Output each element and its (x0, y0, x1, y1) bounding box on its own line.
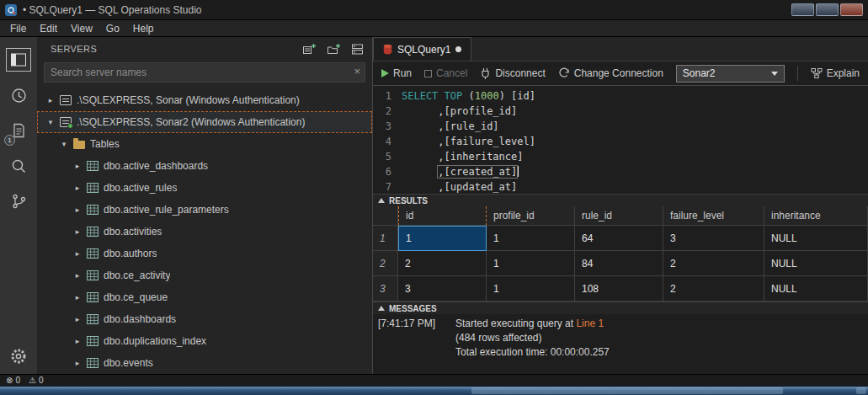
tree-item-table[interactable]: ▸dbo.active_rules (37, 177, 372, 199)
title-bar[interactable]: • SQLQuery1 — SQL Operations Studio (0, 0, 868, 20)
activity-servers[interactable] (0, 42, 37, 77)
change-connection-button[interactable]: Change Connection (558, 67, 663, 79)
collapse-triangle-icon (378, 306, 385, 311)
minimize-button[interactable] (791, 3, 814, 16)
grid-cell[interactable]: 1 (487, 276, 575, 302)
grid-cell[interactable]: 2 (663, 251, 764, 276)
grid-cell[interactable]: NULL (764, 226, 868, 251)
tree-item-table[interactable]: ▸dbo.active_rule_parameters (37, 199, 372, 221)
chevron-right-icon[interactable]: ▸ (73, 249, 82, 258)
column-header[interactable]: id (398, 206, 487, 226)
code-line[interactable]: 5 ,[inheritance] (373, 149, 868, 164)
tree-item-table[interactable]: ▸dbo.ce_activity (37, 264, 372, 286)
tree-item-server[interactable]: ▾.\SQLEXPRESS, Sonar2 (Windows Authentic… (37, 111, 372, 133)
grid-cell[interactable]: 1 (487, 251, 575, 276)
chevron-right-icon[interactable]: ▸ (73, 162, 82, 170)
run-button[interactable]: Run (381, 67, 412, 79)
grid-cell[interactable]: 2 (663, 276, 764, 302)
grid-cell[interactable]: 3 (398, 276, 487, 302)
connection-dropdown[interactable]: Sonar2 (676, 65, 785, 83)
chevron-right-icon[interactable]: ▸ (73, 206, 82, 214)
chevron-down-icon[interactable]: ▾ (46, 118, 55, 126)
line-number: 2 (373, 104, 402, 119)
chevron-right-icon[interactable]: ▸ (73, 184, 82, 192)
activity-search[interactable] (0, 148, 37, 184)
code-area[interactable]: 1SELECT TOP (1000) [id]2 ,[profile_id]3 … (373, 86, 868, 194)
grid-cell[interactable]: NULL (764, 251, 868, 276)
grid-cell[interactable]: 3 (663, 226, 764, 251)
new-server-group-button[interactable] (327, 43, 341, 56)
grid-corner-cell[interactable] (373, 206, 398, 226)
search-input[interactable] (44, 62, 365, 83)
warnings-indicator[interactable]: ⚠ 0 (29, 376, 44, 385)
tree-item-folder[interactable]: ▾Tables (37, 133, 372, 155)
chevron-down-icon[interactable]: ▾ (60, 140, 68, 148)
code-line[interactable]: 6 ,[created_at] (373, 164, 868, 179)
code-line[interactable]: 4 ,[failure_level] (373, 134, 868, 149)
code-line[interactable]: 2 ,[profile_id] (373, 104, 868, 119)
results-title: RESULTS (389, 196, 428, 206)
messages-panel-header[interactable]: MESSAGES (373, 302, 868, 314)
maximize-button[interactable] (816, 3, 839, 16)
message-link[interactable]: Line 1 (576, 318, 604, 329)
grid-cell[interactable]: 1 (487, 226, 575, 251)
grid-cell[interactable]: 84 (575, 251, 663, 276)
clear-search-icon[interactable]: × (354, 65, 360, 77)
grid-cell[interactable]: 64 (575, 226, 663, 251)
chevron-right-icon[interactable]: ▸ (73, 359, 82, 367)
taskbar-button[interactable] (471, 387, 783, 394)
tree-item-table[interactable]: ▸dbo.ce_queue (37, 286, 372, 308)
table-icon (87, 358, 99, 368)
row-number[interactable]: 2 (373, 251, 398, 276)
cancel-button[interactable]: Cancel (424, 67, 467, 79)
tree-item-table[interactable]: ▸dbo.events (37, 352, 372, 374)
tree-item-table[interactable]: ▸dbo.dashboards (37, 308, 372, 330)
menu-go[interactable]: Go (99, 21, 126, 36)
windows-taskbar[interactable] (0, 386, 868, 395)
activity-source-control[interactable] (0, 184, 37, 219)
grid-cell[interactable]: 108 (575, 276, 663, 302)
chevron-right-icon[interactable]: ▸ (73, 271, 82, 280)
errors-indicator[interactable]: ⊗ 0 (6, 376, 20, 385)
code-line[interactable]: 1SELECT TOP (1000) [id] (373, 88, 868, 104)
menu-help[interactable]: Help (126, 21, 161, 36)
code-line[interactable]: 3 ,[rule_id] (373, 119, 868, 134)
menu-edit[interactable]: Edit (33, 21, 64, 36)
column-header[interactable]: failure_level (663, 206, 764, 226)
tree-item-table[interactable]: ▸dbo.authors (37, 243, 372, 264)
bracket-highlight: ,[created_at] (438, 166, 517, 178)
activity-task-history[interactable] (0, 77, 37, 113)
code-line[interactable]: 7 ,[updated_at] (373, 179, 868, 194)
column-header[interactable]: profile_id (487, 206, 575, 226)
chevron-right-icon[interactable]: ▸ (46, 96, 55, 104)
column-header[interactable]: inheritance (764, 206, 868, 226)
settings-button[interactable] (0, 339, 37, 374)
grid-cell[interactable]: 2 (398, 251, 487, 276)
menu-view[interactable]: View (64, 21, 99, 36)
tree-item-table[interactable]: ▸dbo.active_dashboards (37, 155, 372, 177)
row-number[interactable]: 1 (373, 226, 398, 251)
grid-cell[interactable]: 1 (398, 226, 487, 251)
chevron-right-icon[interactable]: ▸ (73, 337, 82, 345)
new-connection-button[interactable] (302, 43, 317, 56)
message-timestamp (378, 345, 455, 360)
tree-item-table[interactable]: ▸dbo.duplications_index (37, 330, 372, 352)
tree-item-table[interactable]: ▸dbo.activities (37, 221, 372, 243)
show-desktop-button[interactable] (856, 387, 866, 394)
tab-sqlquery1[interactable]: SQLQuery1 (373, 37, 471, 61)
results-panel-header[interactable]: RESULTS (373, 194, 868, 206)
active-connections-button[interactable] (351, 43, 364, 56)
message-text: Started executing query at Line 1 (455, 317, 604, 331)
disconnect-button[interactable]: Disconnect (480, 67, 545, 80)
row-number[interactable]: 3 (373, 276, 398, 302)
menu-file[interactable]: File (3, 21, 33, 36)
chevron-right-icon[interactable]: ▸ (73, 293, 82, 302)
chevron-right-icon[interactable]: ▸ (73, 315, 82, 323)
tree-item-server[interactable]: ▸.\SQLEXPRESS, Sonar (Windows Authentica… (37, 89, 372, 111)
explain-button[interactable]: Explain (811, 67, 860, 79)
activity-tasks[interactable]: 1 (0, 113, 37, 148)
column-header[interactable]: rule_id (575, 206, 663, 226)
grid-cell[interactable]: NULL (764, 276, 868, 302)
close-button[interactable] (840, 3, 863, 16)
chevron-right-icon[interactable]: ▸ (73, 227, 82, 236)
